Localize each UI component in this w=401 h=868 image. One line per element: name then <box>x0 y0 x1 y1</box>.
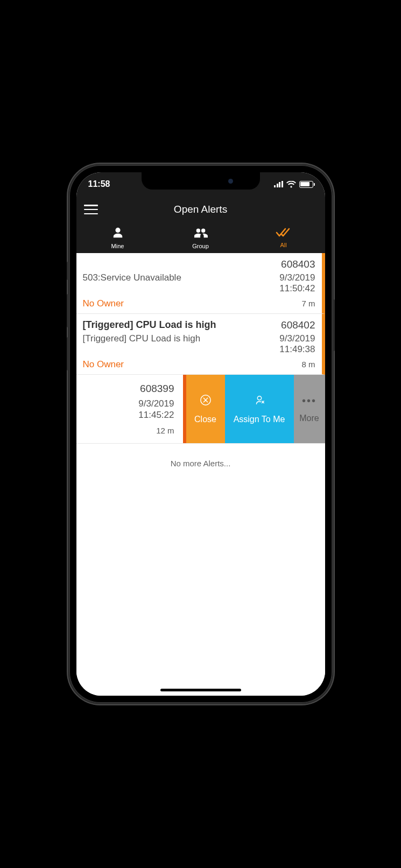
volume-button <box>67 262 69 280</box>
filter-tabs: Mine Group All <box>76 223 325 253</box>
wifi-icon <box>286 181 296 188</box>
tab-group[interactable]: Group <box>159 223 242 253</box>
status-time: 11:58 <box>88 179 110 189</box>
alert-row-content[interactable]: 608399 9/3/2019 11:45:22 12 m <box>76 375 183 443</box>
alert-description: 503:Service Unavailable <box>83 272 181 294</box>
alert-id: 608399 <box>140 383 174 395</box>
alert-id: 608402 <box>281 319 315 331</box>
status-right <box>274 181 313 188</box>
tab-mine[interactable]: Mine <box>76 223 159 253</box>
action-label: More <box>299 414 319 423</box>
alert-date: 9/3/2019 <box>279 272 315 283</box>
people-icon <box>194 227 208 241</box>
alert-time: 11:50:42 <box>279 283 315 294</box>
page-title: Open Alerts <box>76 204 325 215</box>
home-indicator[interactable] <box>160 689 241 691</box>
tab-all[interactable]: All <box>242 223 325 253</box>
ellipsis-icon: ••• <box>302 395 316 407</box>
alert-age: 12 m <box>156 426 174 435</box>
volume-button <box>67 294 69 327</box>
alert-age: 8 m <box>301 360 315 369</box>
double-check-icon <box>276 228 292 240</box>
close-circle-icon <box>200 394 212 408</box>
alert-row[interactable]: [Triggered] CPU Load is high 608402 [Tri… <box>76 314 325 375</box>
action-label: Assign To Me <box>234 415 285 424</box>
alert-description: [Triggered] CPU Load is high <box>83 333 201 355</box>
person-icon <box>112 227 124 241</box>
tab-label: All <box>280 242 286 248</box>
nav-bar: Open Alerts <box>76 196 325 223</box>
volume-button <box>67 337 69 370</box>
notch <box>142 172 260 190</box>
battery-icon <box>299 181 313 188</box>
phone-screen: 11:58 Open Alerts <box>76 172 325 696</box>
alert-list[interactable]: 608403 503:Service Unavailable 9/3/2019 … <box>76 253 325 696</box>
cellular-signal-icon <box>274 181 283 187</box>
power-button <box>333 299 335 351</box>
alert-owner: No Owner <box>83 359 124 370</box>
tab-label: Mine <box>111 243 124 249</box>
phone-frame: 11:58 Open Alerts <box>69 165 333 703</box>
action-label: Close <box>194 415 216 424</box>
assign-icon <box>254 394 265 408</box>
alert-owner: No Owner <box>83 298 124 309</box>
tab-label: Group <box>192 243 209 249</box>
more-actions-button[interactable]: ••• More <box>294 375 325 443</box>
alert-time: 11:49:38 <box>279 344 315 355</box>
alert-time: 11:45:22 <box>138 409 174 421</box>
hamburger-menu-icon[interactable] <box>84 205 98 214</box>
alert-row[interactable]: 608403 503:Service Unavailable 9/3/2019 … <box>76 253 325 314</box>
alert-date: 9/3/2019 <box>279 333 315 344</box>
alert-title: [Triggered] CPU Load is high <box>83 319 216 331</box>
alert-row-swiped[interactable]: 608399 9/3/2019 11:45:22 12 m Close <box>76 375 325 444</box>
alert-age: 7 m <box>301 299 315 308</box>
assign-to-me-button[interactable]: Assign To Me <box>225 375 294 443</box>
close-action-button[interactable]: Close <box>186 375 225 443</box>
alert-date: 9/3/2019 <box>138 398 174 409</box>
no-more-alerts-label: No more Alerts... <box>76 459 325 468</box>
alert-id: 608403 <box>281 258 315 270</box>
